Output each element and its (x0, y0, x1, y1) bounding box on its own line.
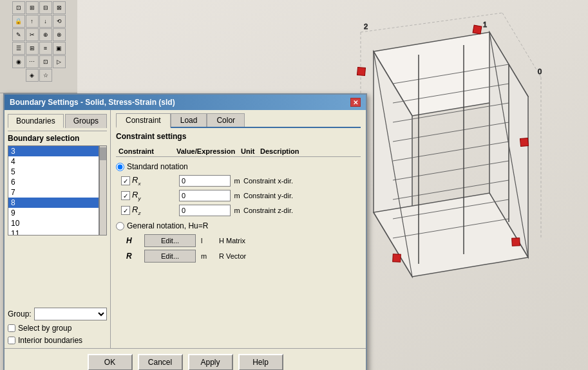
svg-rect-25 (473, 25, 482, 34)
svg-rect-29 (512, 238, 520, 246)
rz-desc: Constraint z-dir. (243, 207, 293, 214)
toolbar-icon-17[interactable]: ◉ (12, 55, 25, 68)
rx-input[interactable] (179, 175, 231, 187)
rz-unit: m (231, 207, 243, 214)
dialog-body: Boundaries Groups Boundary selection 3 4… (5, 110, 366, 348)
ry-row: Ry m Constraint y-dir. (121, 190, 361, 201)
dialog-close-button[interactable]: ✕ (350, 98, 361, 107)
toolbar-icon-10[interactable]: ✂ (26, 28, 39, 41)
group-label: Group: (8, 310, 32, 319)
rx-label: Rx (132, 175, 140, 187)
select-by-group-row: Select by group (8, 324, 107, 333)
list-item-4[interactable]: 4 (8, 156, 99, 167)
tab-color[interactable]: Color (207, 113, 245, 127)
group-row: Group: (8, 308, 107, 320)
toolbar-icon-16[interactable]: ▣ (53, 42, 66, 55)
right-tab-bar: Constraint Load Color (116, 113, 361, 128)
left-tab-bar: Boundaries Groups (8, 113, 107, 127)
rx-checkbox[interactable] (121, 176, 130, 185)
toolbar-icon-1[interactable]: ⊡ (12, 1, 25, 14)
tab-groups[interactable]: Groups (65, 114, 107, 128)
standard-notation-row: Standard notation (116, 162, 361, 171)
col-description: Description (258, 146, 361, 157)
constraint-settings-label: Constraint settings (116, 132, 361, 141)
ry-label: Ry (132, 190, 140, 201)
boundary-list[interactable]: 3 4 5 6 7 8 9 10 11 (8, 145, 99, 236)
ry-input[interactable] (179, 190, 231, 201)
list-item-11[interactable]: 11 (8, 228, 99, 236)
r-edit-button[interactable]: Edit... (144, 250, 196, 263)
list-item-5[interactable]: 5 (8, 167, 99, 177)
toolbar-icon-2[interactable]: ⊞ (26, 1, 39, 14)
dialog-titlebar: Boundary Settings - Solid, Stress-Strain… (5, 95, 366, 110)
rx-unit: m (231, 177, 243, 185)
rz-checkbox[interactable] (121, 206, 130, 215)
help-button[interactable]: Help (238, 354, 283, 370)
toolbar-icon-8[interactable]: ⟲ (53, 15, 66, 28)
list-scrollbar[interactable] (99, 145, 107, 236)
rx-desc: Constraint x-dir. (243, 177, 293, 185)
boundary-selection-label: Boundary selection (8, 134, 107, 143)
toolbar-icon-4[interactable]: ⊠ (53, 1, 66, 14)
group-dropdown[interactable] (34, 308, 107, 320)
ry-unit: m (231, 192, 243, 199)
list-item-7[interactable]: 7 (8, 187, 99, 198)
svg-text:0: 0 (538, 68, 542, 75)
toolbar-icon-18[interactable]: ⋯ (26, 55, 39, 68)
rz-row: Rz m Constraint z-dir. (121, 205, 361, 216)
list-item-6[interactable]: 6 (8, 177, 99, 187)
h-matrix-row: H Edit... l H Matrix (126, 234, 361, 247)
ry-desc: Constraint y-dir. (243, 192, 293, 199)
toolbar-icon-12[interactable]: ⊗ (53, 28, 66, 41)
toolbar-icon-7[interactable]: ↓ (39, 15, 52, 28)
toolbar-icon-22[interactable]: ☆ (39, 69, 52, 82)
tab-constraint[interactable]: Constraint (116, 113, 171, 128)
toolbar-icon-5[interactable]: 🔒 (12, 15, 25, 28)
list-item-3[interactable]: 3 (8, 146, 99, 156)
toolbar-icon-14[interactable]: ⊞ (26, 42, 39, 55)
toolbar-icon-15[interactable]: ≡ (39, 42, 52, 55)
list-item-8[interactable]: 8 (8, 198, 99, 208)
col-value: Value/Expression (174, 146, 238, 157)
dialog-footer: OK Cancel Apply Help (5, 348, 366, 370)
svg-rect-27 (520, 138, 528, 146)
svg-rect-28 (393, 254, 401, 263)
toolbar-icon-13[interactable]: ☰ (12, 42, 25, 55)
toolbar-icon-3[interactable]: ⊟ (39, 1, 52, 14)
interior-boundaries-checkbox[interactable] (8, 337, 15, 344)
select-by-group-label[interactable]: Select by group (18, 324, 71, 333)
standard-notation-radio[interactable] (116, 163, 124, 171)
rz-label: Rz (132, 205, 140, 216)
rx-row: Rx m Constraint x-dir. (121, 175, 361, 187)
tab-boundaries[interactable]: Boundaries (8, 114, 64, 128)
h-desc: H Matrix (219, 237, 245, 245)
right-panel: Constraint Load Color Constraint setting… (111, 110, 366, 348)
select-by-group-checkbox[interactable] (8, 324, 15, 332)
ry-checkbox[interactable] (121, 191, 130, 200)
toolbar-icon-19[interactable]: ⊡ (39, 55, 52, 68)
ok-button[interactable]: OK (88, 354, 133, 370)
rz-input[interactable] (179, 205, 231, 216)
toolbar-icon-11[interactable]: ⊕ (39, 28, 52, 41)
toolbar-top: ⊡ ⊞ ⊟ ⊠ 🔒 ↑ ↓ ⟲ ✎ ✂ ⊕ ⊗ ☰ ⊞ ≡ ▣ ◉ ⋯ ⊡ ▷ … (0, 0, 77, 93)
toolbar-icon-6[interactable]: ↑ (26, 15, 39, 28)
interior-boundaries-row: Interior boundaries (8, 336, 107, 345)
r-desc: R Vector (219, 252, 246, 260)
toolbar-icon-20[interactable]: ▷ (53, 55, 66, 68)
interior-boundaries-label[interactable]: Interior boundaries (18, 336, 82, 345)
toolbar-icon-9[interactable]: ✎ (12, 28, 25, 41)
constraint-table: Constraint Value/Expression Unit Descrip… (116, 146, 361, 157)
tab-load[interactable]: Load (171, 113, 207, 127)
list-item-9[interactable]: 9 (8, 208, 99, 218)
toolbar-icon-21[interactable]: ◈ (26, 69, 39, 82)
general-notation-label[interactable]: General notation, Hu=R (127, 221, 208, 230)
cancel-button[interactable]: Cancel (138, 354, 183, 370)
standard-notation-label[interactable]: Standard notation (127, 162, 188, 171)
boundary-settings-dialog: Boundary Settings - Solid, Stress-Strain… (3, 93, 367, 370)
h-unit: l (201, 237, 214, 245)
list-item-10[interactable]: 10 (8, 218, 99, 228)
general-notation-row: General notation, Hu=R (116, 221, 361, 230)
apply-button[interactable]: Apply (188, 354, 233, 370)
general-notation-radio[interactable] (116, 222, 124, 230)
h-edit-button[interactable]: Edit... (144, 234, 196, 247)
